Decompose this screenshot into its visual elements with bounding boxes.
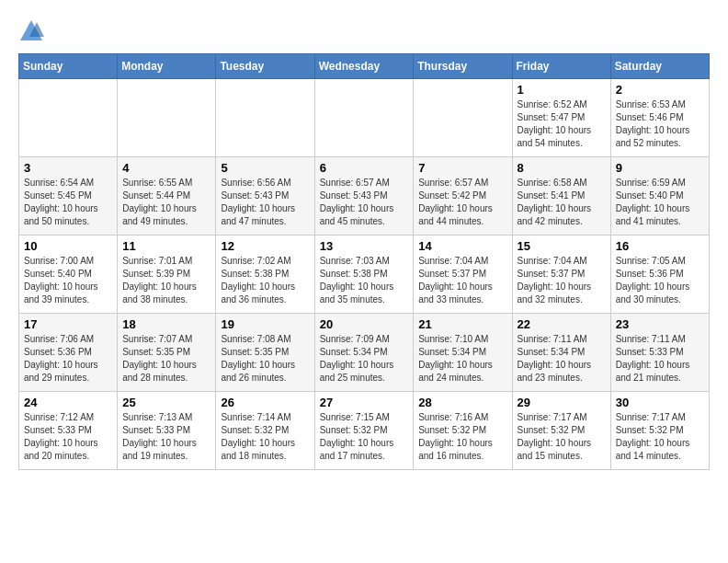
day-info: Sunrise: 7:00 AM Sunset: 5:40 PM Dayligh…: [24, 255, 112, 306]
calendar-header: SundayMondayTuesdayWednesdayThursdayFrid…: [19, 54, 710, 79]
day-number: 27: [320, 396, 409, 409]
weekday-header-friday: Friday: [512, 54, 610, 79]
weekday-header-saturday: Saturday: [610, 54, 709, 79]
calendar-cell: 8Sunrise: 6:58 AM Sunset: 5:41 PM Daylig…: [512, 157, 610, 236]
day-info: Sunrise: 7:05 AM Sunset: 5:36 PM Dayligh…: [616, 255, 704, 306]
calendar-cell: 11Sunrise: 7:01 AM Sunset: 5:39 PM Dayli…: [118, 236, 216, 314]
calendar-cell: 18Sunrise: 7:07 AM Sunset: 5:35 PM Dayli…: [118, 314, 216, 392]
day-info: Sunrise: 7:06 AM Sunset: 5:36 PM Dayligh…: [24, 333, 112, 385]
page-container: SundayMondayTuesdayWednesdayThursdayFrid…: [18, 18, 710, 470]
day-info: Sunrise: 6:55 AM Sunset: 5:44 PM Dayligh…: [122, 177, 210, 228]
day-number: 7: [418, 161, 506, 175]
day-info: Sunrise: 7:17 AM Sunset: 5:32 PM Dayligh…: [616, 411, 704, 463]
day-number: 16: [616, 239, 704, 253]
day-info: Sunrise: 6:59 AM Sunset: 5:40 PM Dayligh…: [616, 177, 704, 228]
day-info: Sunrise: 6:52 AM Sunset: 5:47 PM Dayligh…: [518, 98, 606, 150]
calendar-cell: [414, 79, 512, 157]
day-number: 14: [418, 239, 506, 253]
day-number: 15: [518, 239, 606, 253]
day-number: 1: [518, 83, 606, 97]
day-number: 17: [24, 317, 112, 331]
calendar-cell: 28Sunrise: 7:16 AM Sunset: 5:32 PM Dayli…: [414, 392, 512, 470]
day-info: Sunrise: 7:16 AM Sunset: 5:32 PM Dayligh…: [418, 411, 506, 463]
day-info: Sunrise: 7:10 AM Sunset: 5:34 PM Dayligh…: [418, 333, 506, 385]
calendar-cell: 17Sunrise: 7:06 AM Sunset: 5:36 PM Dayli…: [19, 314, 118, 392]
calendar-cell: 12Sunrise: 7:02 AM Sunset: 5:38 PM Dayli…: [216, 236, 314, 314]
calendar-table: SundayMondayTuesdayWednesdayThursdayFrid…: [18, 53, 710, 470]
day-number: 13: [320, 239, 409, 253]
day-number: 3: [24, 161, 112, 175]
day-info: Sunrise: 6:57 AM Sunset: 5:42 PM Dayligh…: [418, 177, 506, 228]
day-info: Sunrise: 6:58 AM Sunset: 5:41 PM Dayligh…: [518, 177, 606, 228]
day-number: 12: [221, 239, 309, 253]
calendar-cell: 27Sunrise: 7:15 AM Sunset: 5:32 PM Dayli…: [314, 392, 414, 470]
day-info: Sunrise: 7:14 AM Sunset: 5:32 PM Dayligh…: [221, 411, 309, 463]
calendar-cell: 2Sunrise: 6:53 AM Sunset: 5:46 PM Daylig…: [610, 79, 709, 157]
calendar-cell: 6Sunrise: 6:57 AM Sunset: 5:43 PM Daylig…: [314, 157, 414, 236]
weekday-header-row: SundayMondayTuesdayWednesdayThursdayFrid…: [19, 54, 710, 79]
day-info: Sunrise: 7:03 AM Sunset: 5:38 PM Dayligh…: [320, 255, 409, 306]
calendar-body: 1Sunrise: 6:52 AM Sunset: 5:47 PM Daylig…: [19, 79, 710, 470]
day-info: Sunrise: 6:57 AM Sunset: 5:43 PM Dayligh…: [320, 177, 409, 228]
day-info: Sunrise: 7:04 AM Sunset: 5:37 PM Dayligh…: [518, 255, 606, 306]
weekday-header-sunday: Sunday: [19, 54, 118, 79]
calendar-cell: 20Sunrise: 7:09 AM Sunset: 5:34 PM Dayli…: [314, 314, 414, 392]
logo-icon: [18, 18, 44, 44]
calendar-cell: 13Sunrise: 7:03 AM Sunset: 5:38 PM Dayli…: [314, 236, 414, 314]
week-row-3: 10Sunrise: 7:00 AM Sunset: 5:40 PM Dayli…: [19, 236, 710, 314]
calendar-cell: 9Sunrise: 6:59 AM Sunset: 5:40 PM Daylig…: [610, 157, 709, 236]
calendar-cell: 23Sunrise: 7:11 AM Sunset: 5:33 PM Dayli…: [610, 314, 709, 392]
calendar-cell: 29Sunrise: 7:17 AM Sunset: 5:32 PM Dayli…: [512, 392, 610, 470]
header: [18, 18, 710, 44]
calendar-cell: [314, 79, 414, 157]
day-number: 19: [221, 317, 309, 331]
day-info: Sunrise: 6:54 AM Sunset: 5:45 PM Dayligh…: [24, 177, 112, 228]
day-info: Sunrise: 7:17 AM Sunset: 5:32 PM Dayligh…: [518, 411, 606, 463]
week-row-1: 1Sunrise: 6:52 AM Sunset: 5:47 PM Daylig…: [19, 79, 710, 157]
day-number: 4: [122, 161, 210, 175]
day-number: 11: [122, 239, 210, 253]
calendar-cell: 26Sunrise: 7:14 AM Sunset: 5:32 PM Dayli…: [216, 392, 314, 470]
day-info: Sunrise: 7:11 AM Sunset: 5:33 PM Dayligh…: [616, 333, 704, 385]
calendar-cell: [118, 79, 216, 157]
day-number: 30: [616, 396, 704, 409]
day-number: 6: [320, 161, 409, 175]
weekday-header-thursday: Thursday: [414, 54, 512, 79]
day-number: 28: [418, 396, 506, 409]
day-number: 22: [518, 317, 606, 331]
day-number: 10: [24, 239, 112, 253]
day-number: 25: [122, 396, 210, 409]
calendar-cell: 24Sunrise: 7:12 AM Sunset: 5:33 PM Dayli…: [19, 392, 118, 470]
day-number: 18: [122, 317, 210, 331]
day-info: Sunrise: 6:56 AM Sunset: 5:43 PM Dayligh…: [221, 177, 309, 228]
day-info: Sunrise: 7:09 AM Sunset: 5:34 PM Dayligh…: [320, 333, 409, 385]
calendar-cell: 16Sunrise: 7:05 AM Sunset: 5:36 PM Dayli…: [610, 236, 709, 314]
day-number: 23: [616, 317, 704, 331]
calendar-cell: 10Sunrise: 7:00 AM Sunset: 5:40 PM Dayli…: [19, 236, 118, 314]
calendar-cell: 19Sunrise: 7:08 AM Sunset: 5:35 PM Dayli…: [216, 314, 314, 392]
day-info: Sunrise: 7:13 AM Sunset: 5:33 PM Dayligh…: [122, 411, 210, 463]
calendar-cell: [19, 79, 118, 157]
day-info: Sunrise: 7:04 AM Sunset: 5:37 PM Dayligh…: [418, 255, 506, 306]
calendar-cell: 14Sunrise: 7:04 AM Sunset: 5:37 PM Dayli…: [414, 236, 512, 314]
week-row-4: 17Sunrise: 7:06 AM Sunset: 5:36 PM Dayli…: [19, 314, 710, 392]
day-number: 21: [418, 317, 506, 331]
calendar-cell: [216, 79, 314, 157]
day-info: Sunrise: 7:08 AM Sunset: 5:35 PM Dayligh…: [221, 333, 309, 385]
day-info: Sunrise: 7:02 AM Sunset: 5:38 PM Dayligh…: [221, 255, 309, 306]
day-number: 5: [221, 161, 309, 175]
day-number: 8: [518, 161, 606, 175]
calendar-cell: 3Sunrise: 6:54 AM Sunset: 5:45 PM Daylig…: [19, 157, 118, 236]
day-info: Sunrise: 6:53 AM Sunset: 5:46 PM Dayligh…: [616, 98, 704, 150]
day-info: Sunrise: 7:15 AM Sunset: 5:32 PM Dayligh…: [320, 411, 409, 463]
day-info: Sunrise: 7:07 AM Sunset: 5:35 PM Dayligh…: [122, 333, 210, 385]
week-row-2: 3Sunrise: 6:54 AM Sunset: 5:45 PM Daylig…: [19, 157, 710, 236]
calendar-cell: 22Sunrise: 7:11 AM Sunset: 5:34 PM Dayli…: [512, 314, 610, 392]
calendar-cell: 25Sunrise: 7:13 AM Sunset: 5:33 PM Dayli…: [118, 392, 216, 470]
day-info: Sunrise: 7:12 AM Sunset: 5:33 PM Dayligh…: [24, 411, 112, 463]
weekday-header-monday: Monday: [118, 54, 216, 79]
weekday-header-tuesday: Tuesday: [216, 54, 314, 79]
day-number: 20: [320, 317, 409, 331]
logo: [18, 18, 48, 44]
day-info: Sunrise: 7:01 AM Sunset: 5:39 PM Dayligh…: [122, 255, 210, 306]
